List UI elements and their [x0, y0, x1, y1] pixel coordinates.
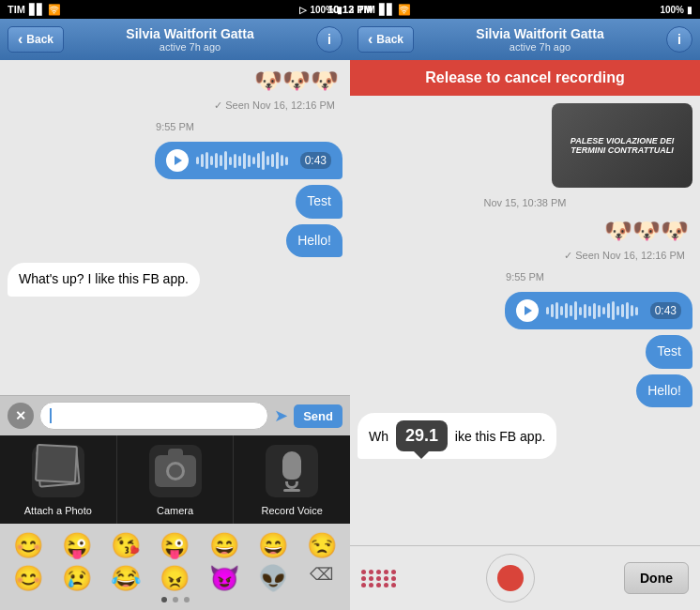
left-status-left: TIM ▋▋ 🛜 [8, 4, 61, 16]
right-wifi-icon: 🛜 [398, 4, 411, 16]
left-emoji-4[interactable]: 😜 [158, 531, 191, 560]
left-camera-lens [166, 462, 185, 480]
left-camera-bump [168, 449, 183, 458]
right-timestamp-2: 9:55 PM [358, 271, 692, 282]
left-emoji-7[interactable]: 😒 [305, 531, 339, 560]
left-back-button[interactable]: Back [8, 26, 64, 53]
right-signal-icon: ▋▋ [379, 4, 394, 16]
left-test-bubble: Test [296, 185, 342, 219]
right-whatsup-message-row: Wh 29.1 ike this FB app. [358, 413, 692, 459]
left-photo-card-front [35, 444, 78, 483]
left-voice-message-row: 0:43 [8, 142, 342, 179]
recording-cancel-banner: Release to cancel recording [350, 60, 700, 96]
left-emoji-11[interactable]: 😠 [158, 564, 191, 593]
left-emoji-dot-3 [184, 597, 190, 602]
left-attach-photo-label: Attach a Photo [24, 505, 92, 516]
left-emoji-dot-2 [173, 597, 178, 602]
left-carrier: TIM [8, 4, 25, 15]
right-meme-container: PALESE VIOLAZIONE DEI TERMINI CONTRATTUA… [552, 103, 692, 188]
right-back-button[interactable]: Back [358, 26, 414, 53]
right-meme-image: PALESE VIOLAZIONE DEI TERMINI CONTRATTUA… [552, 103, 692, 188]
left-hello-message-row: Hello! [8, 224, 342, 258]
left-clear-button[interactable]: ✕ [8, 403, 34, 429]
left-photo-stack [32, 445, 84, 497]
left-emoji-row-1: 😊 😜 😘 😜 😄 😄 😒 [4, 531, 346, 560]
left-mic-stand [285, 481, 298, 489]
left-whatsup-message-row: What's up? I like this FB app. [8, 263, 342, 297]
left-emoji-message: 🐶🐶🐶 [8, 68, 342, 94]
right-seen-label: Seen Nov 16, 12:16 PM [358, 250, 685, 262]
left-emoji-row-2: 😊 😢 😂 😠 😈 👽 ⌫ [4, 564, 346, 593]
right-test-message-row: Test [358, 335, 692, 369]
left-emoji-13[interactable]: 👽 [256, 564, 290, 593]
left-text-input[interactable] [39, 402, 268, 430]
right-emoji-keyboard-icon[interactable] [361, 570, 397, 587]
left-emoji-10[interactable]: 😂 [109, 564, 143, 593]
right-info-button[interactable]: i [666, 26, 692, 53]
right-back-label: Back [376, 33, 403, 46]
left-record-voice-item[interactable]: Record Voice [234, 435, 350, 524]
right-test-bubble: Test [646, 335, 692, 369]
right-voice-message-row: 0:43 [358, 292, 692, 329]
left-wifi-icon: 🛜 [48, 4, 61, 16]
left-emoji-9[interactable]: 😢 [60, 564, 94, 593]
left-emoji-3[interactable]: 😘 [109, 531, 143, 560]
left-nav-bar: Back Silvia Waitforit Gatta active 7h ag… [0, 19, 350, 60]
left-emoji-5[interactable]: 😄 [207, 531, 241, 560]
right-info-label: i [677, 32, 681, 47]
left-nav-title: Silvia Waitforit Gatta active 7h ago [126, 26, 253, 53]
left-info-button[interactable]: i [316, 26, 342, 53]
right-record-dot [497, 565, 524, 591]
right-record-button[interactable] [486, 554, 535, 602]
left-emoji-page-dots [4, 597, 346, 602]
right-back-chevron [368, 31, 373, 48]
left-emoji-dot-1 [161, 597, 167, 602]
left-info-label: i [327, 32, 331, 47]
left-location-icon: ▷ [299, 5, 307, 15]
right-bottom-bar: Done [350, 545, 700, 610]
left-emoji-12[interactable]: 😈 [207, 564, 241, 593]
left-camera-item[interactable]: Camera [117, 435, 235, 524]
right-msg-partial-2: ike this FB app. [455, 429, 546, 444]
right-contact-name: Silvia Waitforit Gatta [476, 26, 603, 41]
right-time: 10:12 PM [350, 4, 373, 15]
right-contact-status: active 7h ago [476, 41, 603, 53]
left-emoji-delete-key[interactable]: ⌫ [305, 564, 339, 593]
right-emoji-message: 🐶🐶🐶 [358, 218, 692, 244]
left-send-arrow-icon: ➤ [274, 405, 288, 426]
left-emoji-keyboard: 😊 😜 😘 😜 😄 😄 😒 😊 😢 😂 😠 😈 👽 ⌫ [0, 524, 350, 610]
left-status-bar: TIM ▋▋ 🛜 10:13 PM ▷ 100% ▮ [0, 0, 350, 19]
right-meme-row: PALESE VIOLAZIONE DEI TERMINI CONTRATTUA… [358, 103, 692, 188]
left-record-voice-label: Record Voice [261, 505, 322, 516]
left-camera-icon-container [149, 445, 202, 497]
left-emoji-8[interactable]: 😊 [11, 564, 45, 593]
left-signal-icon: ▋▋ [29, 4, 44, 16]
left-camera-shape [155, 455, 196, 487]
left-mic-body [282, 451, 301, 480]
right-msg-partial-1: Wh [369, 429, 388, 444]
left-emoji-6[interactable]: 😄 [256, 531, 290, 560]
right-voice-duration: 0:43 [650, 302, 681, 319]
left-waveform [196, 151, 293, 170]
left-play-button[interactable] [166, 149, 189, 172]
left-send-button[interactable]: Send [294, 404, 342, 428]
left-text-cursor [50, 408, 52, 423]
left-back-label: Back [26, 33, 53, 46]
left-timestamp-1: 9:55 PM [8, 121, 342, 132]
right-battery-icon: ▮ [687, 5, 692, 15]
left-emoji-1[interactable]: 😊 [11, 531, 45, 560]
right-voice-bubble: 0:43 [505, 292, 692, 329]
left-emoji-2[interactable]: 😜 [60, 531, 94, 560]
left-phone-panel: TIM ▋▋ 🛜 10:13 PM ▷ 100% ▮ Back Silvia W… [0, 0, 350, 610]
right-chat-area: PALESE VIOLAZIONE DEI TERMINI CONTRATTUA… [350, 96, 700, 545]
right-nav-title: Silvia Waitforit Gatta active 7h ago [476, 26, 603, 53]
left-voice-duration: 0:43 [300, 152, 331, 169]
right-play-button[interactable] [516, 299, 539, 322]
right-status-bar: TIM ▋▋ 🛜 10:12 PM 100% ▮ [350, 0, 700, 19]
right-done-button[interactable]: Done [624, 562, 689, 594]
left-contact-name: Silvia Waitforit Gatta [126, 26, 253, 41]
right-whatsup-bubble: Wh 29.1 ike this FB app. [358, 413, 556, 459]
right-phone-panel: TIM ▋▋ 🛜 10:12 PM 100% ▮ Back Silvia Wai… [350, 0, 700, 610]
left-attach-photo-item[interactable]: Attach a Photo [0, 435, 117, 524]
right-tooltip-bubble: 29.1 [396, 420, 448, 451]
